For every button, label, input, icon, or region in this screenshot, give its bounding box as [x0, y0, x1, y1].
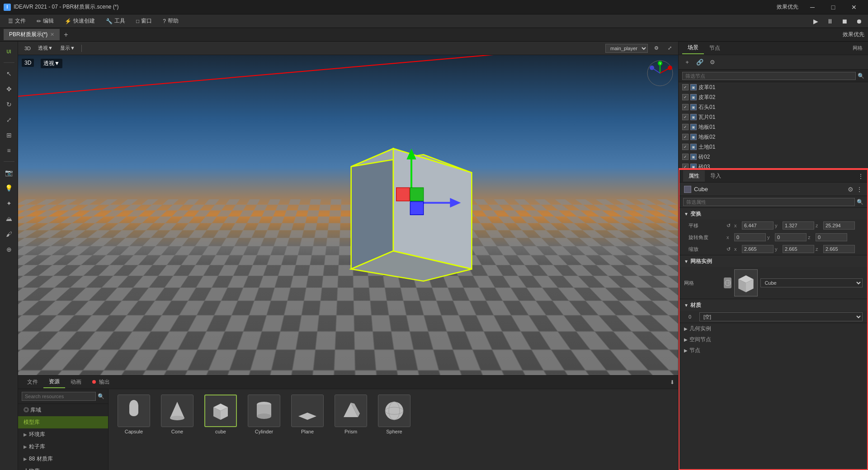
menu-file[interactable]: ☰ 文件 [4, 15, 30, 27]
effects-quality[interactable]: 效果优先 [843, 31, 864, 38]
category-models[interactable]: 模型库 [18, 416, 108, 428]
category-environment[interactable]: ▶ 环境库 [18, 428, 108, 441]
node-item-地板01[interactable]: ✓ ▣ 地板01 [679, 122, 868, 132]
3d-label[interactable]: 3D [22, 59, 34, 67]
config-node-button[interactable]: ⚙ [708, 57, 717, 67]
tab-animation[interactable]: 动画 [65, 376, 87, 388]
asset-plane[interactable]: Plane [289, 395, 326, 434]
node-visibility-check[interactable]: ✓ [682, 164, 689, 169]
viewport-3d[interactable]: Y 3D 透视▼ [18, 55, 678, 375]
menu-edit[interactable]: ✏ 编辑 [32, 15, 58, 27]
mesh-dropdown[interactable]: Cube [760, 278, 863, 287]
node-visibility-check[interactable]: ✓ [682, 84, 689, 90]
node-item-砖03[interactable]: ✓ ▣ 砖03 [679, 162, 868, 169]
node-item-皮革02[interactable]: ✓ ▣ 皮革02 [679, 92, 868, 102]
asset-search-input[interactable] [22, 392, 96, 401]
scale-x-input[interactable] [742, 245, 774, 253]
menu-window[interactable]: □ 窗口 [132, 15, 156, 27]
extra-button[interactable]: ⊕ [3, 243, 15, 256]
menu-tools[interactable]: 🔧 工具 [101, 15, 130, 27]
maximize-button[interactable]: □ [823, 0, 844, 14]
category-characters[interactable]: 人物库 [18, 465, 108, 470]
material-header[interactable]: ▼ 材质 [679, 299, 867, 311]
select-tool-button[interactable]: ↖ [3, 67, 15, 80]
add-node-button[interactable]: + [682, 57, 692, 67]
node-visibility-check[interactable]: ✓ [682, 114, 689, 120]
settings-icon[interactable]: ⚙ [651, 44, 661, 52]
rotate-y-input[interactable] [775, 233, 807, 241]
perspective-label[interactable]: 透视▼ [41, 59, 62, 68]
node-item-石头01[interactable]: ✓ ▣ 石头01 [679, 102, 868, 112]
menu-help[interactable]: ? 帮助 [158, 15, 183, 27]
node-item-地板02[interactable]: ✓ ▣ 地板02 [679, 132, 868, 142]
transform-header[interactable]: ▼ 变换 [679, 208, 867, 220]
rotate-x-input[interactable] [734, 233, 766, 241]
node-visibility-check[interactable]: ✓ [682, 94, 689, 100]
node-item-瓦片01[interactable]: ✓ ▣ 瓦片01 [679, 112, 868, 122]
node-visibility-check[interactable]: ✓ [682, 134, 689, 140]
light-button[interactable]: 💡 [3, 182, 15, 194]
tab-nodes[interactable]: 节点 [704, 42, 726, 54]
ui-button[interactable]: UI [3, 45, 15, 58]
node-search-input[interactable] [682, 72, 856, 80]
view-mode-button[interactable]: 3D [22, 44, 33, 52]
scale-z-input[interactable] [823, 245, 855, 253]
navigation-gizmo[interactable]: Y [646, 60, 674, 87]
minimize-button[interactable]: ─ [802, 0, 823, 14]
scale-tool-button[interactable]: ⤢ [3, 113, 15, 126]
material-dropdown[interactable]: [空] [699, 312, 863, 321]
translate-y-input[interactable] [783, 221, 814, 230]
expand-icon[interactable]: ⤢ [665, 44, 675, 52]
node-visibility-check[interactable]: ✓ [682, 104, 689, 110]
asset-prism[interactable]: Prism [333, 395, 369, 434]
tab-properties[interactable]: 属性 [683, 170, 705, 182]
props-settings-button[interactable]: ⚙ [848, 186, 854, 193]
stop-button[interactable]: ⏹ [839, 16, 850, 27]
display-button[interactable]: 显示▼ [57, 43, 78, 53]
node-item-砖02[interactable]: ✓ ▣ 砖02 [679, 152, 868, 162]
translate-refresh-icon[interactable]: ↺ [726, 223, 731, 229]
asset-sphere[interactable]: Sphere [376, 395, 412, 434]
node-item-土地01[interactable]: ✓ ▣ 土地01 [679, 142, 868, 152]
snap-tool-button[interactable]: ⊞ [3, 129, 15, 141]
category-particles[interactable]: ▶ 粒子库 [18, 441, 108, 453]
translate-x-input[interactable] [742, 221, 774, 230]
scale-refresh-icon[interactable]: ↺ [726, 246, 731, 252]
props-filter-input[interactable] [683, 198, 855, 206]
node-visibility-check[interactable]: ✓ [682, 144, 689, 150]
rotate-tool-button[interactable]: ↻ [3, 98, 15, 111]
asset-capsule[interactable]: Capsule [116, 395, 152, 434]
asset-cone[interactable]: Cone [159, 395, 195, 434]
cube-object-3d[interactable] [176, 91, 335, 249]
play-button[interactable]: ▶ [810, 16, 821, 27]
translate-z-input[interactable] [823, 221, 855, 230]
props-options-icon[interactable]: ⋮ [858, 173, 863, 179]
move-tool-button[interactable]: ✥ [3, 83, 15, 95]
asset-cylinder[interactable]: Cylinder [246, 395, 282, 434]
tab-assets[interactable]: 资源 [43, 376, 65, 388]
geometry-instance-row[interactable]: ▶ 几何实例 [679, 323, 867, 334]
tab-import[interactable]: 导入 [705, 170, 726, 182]
player-select[interactable]: main_player [605, 44, 648, 53]
tab-output[interactable]: 输出 [87, 376, 115, 388]
download-icon[interactable]: ⬇ [670, 379, 675, 385]
perspective-button[interactable]: 透视▼ [35, 43, 56, 53]
rotate-z-input[interactable] [816, 233, 847, 241]
menu-quick-create[interactable]: ⚡ 快速创建 [60, 15, 99, 27]
tab-close-icon[interactable]: ✕ [50, 32, 54, 38]
tab-file[interactable]: 文件 [22, 376, 43, 388]
category-domain[interactable]: ◎ 库域 [18, 404, 108, 416]
terrain-button[interactable]: ⛰ [3, 212, 15, 225]
record-button[interactable]: ⏺ [854, 16, 864, 27]
link-node-button[interactable]: 🔗 [695, 57, 705, 67]
paint-button[interactable]: 🖌 [3, 228, 15, 240]
align-tool-button[interactable]: ≡ [3, 144, 15, 157]
mesh-instance-header[interactable]: ▼ 网格实例 [679, 255, 867, 267]
spatial-node-row[interactable]: ▶ 空间节点 [679, 334, 867, 345]
node-row[interactable]: ▶ 节点 [679, 345, 867, 356]
node-visibility-check[interactable]: ✓ [682, 154, 689, 160]
camera-button[interactable]: 📷 [3, 166, 15, 179]
tab-add-button[interactable]: + [60, 29, 71, 41]
pause-button[interactable]: ⏸ [825, 16, 835, 27]
category-materials[interactable]: ▶ 88 材质库 [18, 453, 108, 465]
